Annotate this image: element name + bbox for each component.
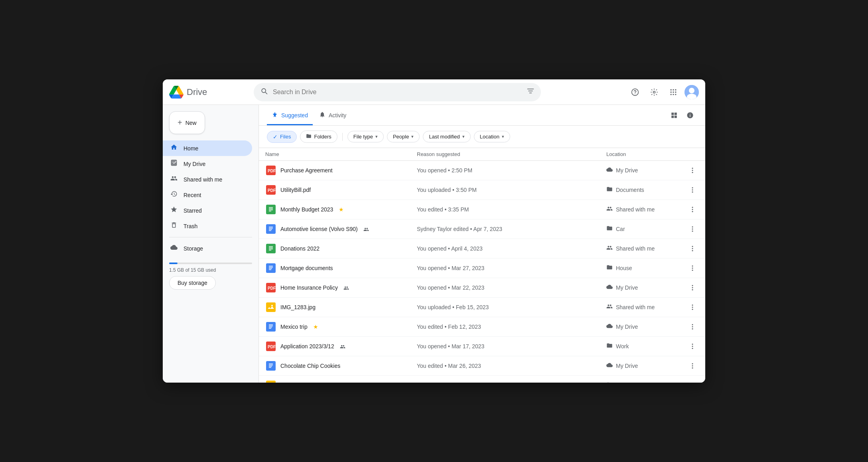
- file-location-cell: Work: [600, 337, 680, 356]
- more-options-button[interactable]: [686, 379, 699, 383]
- more-options-button[interactable]: [686, 184, 699, 196]
- filter-files[interactable]: ✓ Files: [267, 131, 297, 143]
- tab-suggested[interactable]: Suggested: [267, 105, 313, 125]
- more-options-button[interactable]: [686, 340, 699, 353]
- svg-point-37: [692, 250, 693, 251]
- filter-folders[interactable]: Folders: [300, 130, 337, 143]
- reason-text: Sydney Taylor edited • Apr 7, 2023: [417, 226, 502, 232]
- svg-point-28: [692, 209, 693, 210]
- filter-people[interactable]: People ▾: [387, 131, 420, 142]
- svg-point-59: [692, 346, 693, 347]
- svg-rect-26: [266, 205, 276, 214]
- people-badge: [340, 343, 345, 349]
- svg-point-1: [653, 91, 655, 93]
- location-type-icon: [606, 381, 613, 383]
- more-options-button[interactable]: [686, 262, 699, 274]
- search-bar[interactable]: [254, 83, 541, 101]
- logo-area: Drive: [169, 85, 249, 99]
- file-name-text: Automotive license (Volvo S90): [280, 226, 358, 232]
- table-row[interactable]: PDF UtilityBill.pdf You uploaded • 3:50 …: [259, 180, 705, 200]
- sidebar-item-shared[interactable]: Shared with me: [163, 172, 252, 187]
- file-location-cell: Documents: [600, 376, 680, 383]
- chevron-down-icon: ▾: [462, 134, 465, 139]
- sidebar-item-storage[interactable]: Storage: [163, 241, 252, 256]
- sidebar-item-my-drive[interactable]: My Drive: [163, 156, 252, 172]
- reason-text: You uploaded • 3:50 PM: [417, 187, 477, 193]
- more-options-button[interactable]: [686, 242, 699, 255]
- svg-point-41: [692, 270, 693, 271]
- filter-file-type[interactable]: File type ▾: [347, 131, 384, 142]
- svg-point-55: [692, 328, 693, 330]
- table-row[interactable]: IMG_1283.jpg You uploaded • Feb 15, 2023…: [259, 298, 705, 317]
- reason-text: You opened • Mar 17, 2023: [417, 343, 484, 349]
- tabs-bar: Suggested Activity: [259, 105, 705, 126]
- sidebar-item-label: Starred: [183, 207, 202, 214]
- more-options-button[interactable]: [686, 203, 699, 216]
- my-drive-icon: [169, 159, 179, 168]
- reason-text: You edited • Feb 12, 2023: [417, 324, 481, 330]
- user-avatar[interactable]: [685, 85, 699, 99]
- people-badge: [363, 226, 369, 232]
- location-type-icon: [606, 362, 613, 370]
- svg-point-35: [692, 246, 693, 247]
- svg-point-36: [692, 248, 693, 249]
- tab-activity[interactable]: Activity: [314, 105, 351, 125]
- svg-rect-65: [266, 381, 276, 383]
- more-options-button[interactable]: [686, 359, 699, 372]
- filter-location[interactable]: Location ▾: [474, 131, 510, 142]
- help-button[interactable]: [627, 84, 643, 100]
- svg-point-10: [675, 94, 676, 95]
- file-more-cell: [680, 298, 705, 317]
- file-type-icon: PDF: [265, 282, 276, 293]
- file-reason-cell: You edited • Mar 26, 2023: [410, 356, 600, 376]
- buy-storage-button[interactable]: Buy storage: [169, 276, 216, 290]
- filter-label: File type: [353, 134, 373, 140]
- grid-view-button[interactable]: [667, 108, 681, 122]
- file-more-cell: [680, 219, 705, 239]
- svg-point-48: [271, 305, 273, 306]
- home-icon: [169, 144, 179, 153]
- check-icon: ✓: [273, 134, 278, 140]
- table-row[interactable]: Chocolate Chip Cookies You edited • Mar …: [259, 356, 705, 376]
- chevron-down-icon: ▾: [502, 134, 504, 139]
- sidebar-item-starred[interactable]: Starred: [163, 203, 252, 218]
- svg-point-23: [692, 187, 693, 188]
- activity-tab-icon: [319, 111, 326, 119]
- svg-point-33: [692, 231, 693, 232]
- table-row[interactable]: PDF Purchase Agreement You opened • 2:50…: [259, 161, 705, 180]
- search-input[interactable]: [273, 89, 522, 96]
- file-location-cell: Shared with me: [600, 298, 680, 317]
- file-reason-cell: You uploaded • Feb 15, 2023: [410, 298, 600, 317]
- table-row[interactable]: PDF Application 2023/3/12 You opened • M…: [259, 337, 705, 356]
- svg-point-19: [692, 170, 693, 171]
- filter-last-modified[interactable]: Last modified ▾: [423, 131, 470, 142]
- sidebar-item-recent[interactable]: Recent: [163, 187, 252, 203]
- location-type-icon: [606, 245, 613, 253]
- sidebar-item-trash[interactable]: Trash: [163, 218, 252, 234]
- info-button[interactable]: [683, 108, 697, 122]
- more-options-button[interactable]: [686, 164, 699, 177]
- search-filter-icon[interactable]: [527, 87, 535, 97]
- file-more-cell: [680, 200, 705, 219]
- new-button[interactable]: + New: [169, 111, 205, 134]
- more-options-button[interactable]: [686, 320, 699, 333]
- file-location-cell: My Drive: [600, 317, 680, 337]
- table-row[interactable]: Mortgage documents You opened • Mar 27, …: [259, 259, 705, 278]
- table-row[interactable]: Monthly Budget 2023 ★ You edited • 3:35 …: [259, 200, 705, 219]
- table-row[interactable]: Donations 2022 You opened • April 4, 202…: [259, 239, 705, 259]
- table-row[interactable]: 2021-1507 ★ You edited • 6:25 PM Documen…: [259, 376, 705, 383]
- table-row[interactable]: Mexico trip ★ You edited • Feb 12, 2023 …: [259, 317, 705, 337]
- apps-button[interactable]: [665, 84, 681, 100]
- settings-button[interactable]: [646, 84, 662, 100]
- location-text: Shared with me: [616, 206, 655, 213]
- file-more-cell: [680, 180, 705, 200]
- table-row[interactable]: Automotive license (Volvo S90) Sydney Ta…: [259, 219, 705, 239]
- sidebar-item-home[interactable]: Home: [163, 140, 252, 156]
- more-options-button[interactable]: [686, 301, 699, 314]
- location-text: My Drive: [616, 167, 638, 174]
- location-text: Documents: [616, 187, 644, 193]
- tabs-left: Suggested Activity: [267, 105, 351, 125]
- more-options-button[interactable]: [686, 223, 699, 235]
- table-row[interactable]: PDF Home Insurance Policy You opened • M…: [259, 278, 705, 298]
- more-options-button[interactable]: [686, 281, 699, 294]
